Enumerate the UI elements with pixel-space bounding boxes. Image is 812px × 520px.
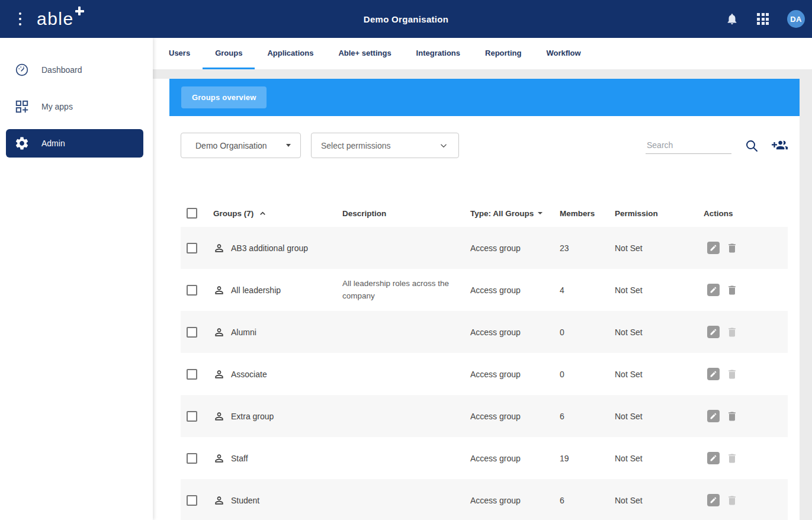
edit-icon[interactable] [707,410,720,422]
group-name[interactable]: AB3 additional group [231,243,308,253]
group-description: All leadership roles across the company [342,278,470,302]
group-name[interactable]: Staff [231,454,248,463]
tab-groups[interactable]: Groups [203,38,255,69]
organisation-dropdown-value: Demo Organisation [195,141,267,150]
group-name[interactable]: Associate [231,370,267,379]
tab-integrations[interactable]: Integrations [404,38,473,69]
gear-icon [14,136,30,151]
row-checkbox[interactable] [187,453,197,464]
sidebar-item-dashboard[interactable]: Dashboard [0,56,153,84]
organisation-title: Demo Organisation [0,14,812,24]
group-permission: Not Set [615,496,704,505]
groups-count-header[interactable]: Groups (7) [207,209,342,218]
person-icon [213,242,225,254]
groups-overview-button[interactable]: Groups overview [181,86,267,108]
user-avatar[interactable]: DA [787,10,805,28]
tab-able-settings[interactable]: Able+ settings [326,38,403,69]
group-members-count: 6 [560,412,615,421]
table-row: AB3 additional group Access group 23 Not… [181,227,788,269]
groups-panel: Groups overview Demo Organisation Select… [153,79,800,520]
edit-icon[interactable] [707,242,720,254]
delete-icon [726,326,738,338]
row-checkbox[interactable] [187,495,197,506]
group-type: Access group [470,370,560,379]
main-content: Users Groups Applications Able+ settings… [153,38,812,520]
plus-icon [75,7,84,15]
filters-row: Demo Organisation Select permissions [181,133,788,158]
person-icon [213,284,225,296]
table-row: Alumni Access group 0 Not Set [181,311,788,353]
table-row: Associate Access group 0 Not Set [181,353,788,395]
sort-ascending-icon[interactable] [258,209,267,218]
sidebar: Dashboard My apps Admin [0,38,153,520]
notifications-bell-icon[interactable] [726,12,739,25]
tab-reporting[interactable]: Reporting [473,38,534,69]
search-input[interactable] [646,137,731,154]
add-group-icon[interactable] [772,137,788,153]
group-permission: Not Set [615,243,704,253]
logo-text: able [37,10,74,28]
group-name[interactable]: Extra group [231,412,274,421]
sidebar-item-label: Dashboard [41,65,82,75]
row-checkbox[interactable] [187,369,197,380]
table-row: Extra group Access group 6 Not Set [181,395,788,437]
group-members-count: 23 [560,243,615,253]
tab-applications[interactable]: Applications [255,38,326,69]
person-icon [213,326,225,338]
app-logo[interactable]: able [37,10,84,28]
group-permission: Not Set [615,285,704,295]
tab-users[interactable]: Users [156,38,203,69]
row-checkbox[interactable] [187,327,197,338]
my-apps-icon [14,99,30,114]
group-type: Access group [470,243,560,253]
caret-down-icon [538,212,543,214]
delete-icon[interactable] [726,410,738,422]
type-filter-header[interactable]: Type: All Groups [470,209,560,218]
group-name[interactable]: Alumni [231,328,256,337]
kebab-menu-icon[interactable] [17,9,24,30]
edit-icon[interactable] [707,494,720,506]
sidebar-item-my-apps[interactable]: My apps [0,92,153,121]
apps-grid-icon[interactable] [757,13,769,25]
dashboard-icon [14,62,30,78]
edit-icon[interactable] [707,326,720,338]
topbar: able Demo Organisation DA [0,0,812,38]
group-type: Access group [470,412,560,421]
group-permission: Not Set [615,370,704,379]
person-icon [213,495,225,506]
delete-icon[interactable] [726,242,738,254]
delete-icon [726,368,738,380]
tab-workflow[interactable]: Workflow [534,38,593,69]
sidebar-item-admin[interactable]: Admin [6,129,143,158]
edit-icon[interactable] [707,284,720,296]
person-icon [213,410,225,422]
permissions-dropdown[interactable]: Select permissions [311,133,459,158]
groups-banner: Groups overview [169,79,800,116]
group-members-count: 6 [560,496,615,505]
search-icon[interactable] [744,139,759,153]
group-members-count: 0 [560,328,615,337]
group-permission: Not Set [615,412,704,421]
group-members-count: 0 [560,370,615,379]
select-all-checkbox[interactable] [187,208,197,219]
edit-icon[interactable] [707,452,720,464]
group-name[interactable]: Student [231,496,259,505]
delete-icon[interactable] [726,284,738,296]
row-checkbox[interactable] [187,285,197,296]
caret-down-icon [286,144,291,147]
group-type: Access group [470,285,560,295]
group-permission: Not Set [615,328,704,337]
table-row: Staff Access group 19 Not Set [181,437,788,479]
delete-icon [726,495,738,506]
row-checkbox[interactable] [187,411,197,422]
group-name[interactable]: All leadership [231,285,281,295]
chevron-down-icon [438,140,449,151]
group-permission: Not Set [615,454,704,463]
edit-icon[interactable] [707,368,720,380]
sidebar-item-label: Admin [41,139,65,148]
organisation-dropdown[interactable]: Demo Organisation [181,133,301,158]
group-members-count: 19 [560,454,615,463]
table-row: All leadership All leadership roles acro… [181,269,788,311]
group-members-count: 4 [560,285,615,295]
row-checkbox[interactable] [187,243,197,253]
